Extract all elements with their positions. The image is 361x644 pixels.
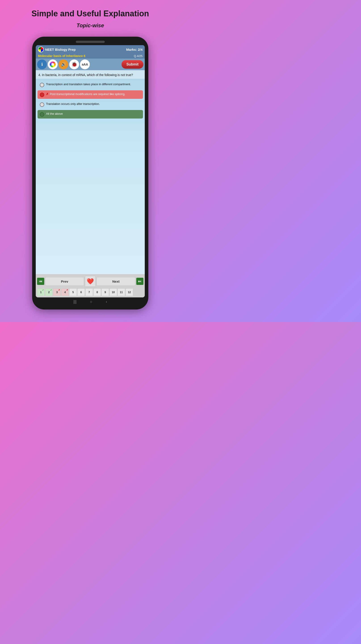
info-button[interactable]: ℹ — [37, 60, 47, 69]
text-size-button[interactable]: aAA — [80, 60, 90, 69]
radio-c — [40, 102, 44, 107]
options-area: Transcription and translation takes plac… — [36, 79, 145, 120]
page-subtitle: Topic-wise — [76, 22, 104, 28]
color-button[interactable] — [48, 60, 58, 69]
content-area: 4. In bacteria, in context of mRNA, whic… — [36, 70, 145, 274]
question-grid-cell-4[interactable]: 4✗ — [61, 288, 69, 296]
question-grid-cell-8[interactable]: 8 — [93, 288, 101, 296]
nav-buttons: ⏮ Prev ❤️ Next ⏭ — [37, 276, 143, 287]
marks-display: Marks: 2/4 — [126, 48, 142, 52]
option-a-text: Transcription and translation takes plac… — [46, 82, 141, 86]
bug-button[interactable]: 🐞 — [69, 60, 79, 69]
first-question-button[interactable]: ⏮ — [37, 278, 44, 285]
prev-button[interactable]: Prev — [45, 277, 84, 286]
submit-button[interactable]: Submit — [121, 60, 143, 69]
option-a[interactable]: Transcription and translation takes plac… — [37, 80, 143, 89]
option-d-text: All the above — [46, 112, 141, 116]
last-question-button[interactable]: ⏭ — [136, 278, 143, 285]
option-c-text: Translation occurs only after transcript… — [46, 102, 141, 106]
heart-icon: ❤️ — [87, 278, 94, 285]
app-name: NEET Biology Prep — [45, 48, 76, 52]
android-nav-bar: ||| ○ ‹ — [73, 298, 107, 306]
app-logo — [38, 46, 44, 52]
wrong-mark-icon: ✗ — [46, 92, 49, 96]
question-area: 4. In bacteria, in context of mRNA, whic… — [36, 70, 145, 79]
radio-a — [40, 83, 44, 87]
question-grid-cell-7[interactable]: 7 — [85, 288, 93, 296]
prev-label: Prev — [61, 280, 68, 283]
question-grid-cell-5[interactable]: 5 — [69, 288, 77, 296]
option-d[interactable]: All the above — [37, 110, 143, 118]
question-grid-cell-1[interactable]: 1✓ — [37, 288, 45, 296]
app-header: NEET Biology Prep Marks: 2/4 — [36, 45, 145, 54]
phone-notch — [76, 41, 105, 43]
sound-button[interactable]: 🔊 — [58, 60, 68, 69]
question-text: 4. In bacteria, in context of mRNA, whic… — [38, 73, 142, 77]
info-icon: ℹ — [41, 62, 43, 67]
next-button[interactable]: Next — [96, 277, 135, 286]
header-left: NEET Biology Prep — [38, 46, 76, 52]
text-size-icon: aAA — [82, 62, 88, 66]
option-c[interactable]: Translation occurs only after transcript… — [37, 100, 143, 109]
android-home-icon[interactable]: ○ — [90, 300, 92, 304]
phone-mockup: NEET Biology Prep Marks: 2/4 Molecular b… — [32, 37, 148, 310]
android-back-icon[interactable]: ‹ — [106, 300, 107, 304]
question-grid-cell-6[interactable]: 6 — [77, 288, 85, 296]
question-grid-cell-10[interactable]: 10 — [109, 288, 117, 296]
question-grid-cell-12[interactable]: 12 — [126, 288, 133, 296]
color-wheel-icon — [50, 61, 56, 68]
next-label: Next — [112, 280, 120, 283]
question-grid-cell-9[interactable]: 9 — [101, 288, 109, 296]
bug-icon: 🐞 — [71, 62, 77, 67]
svg-point-1 — [51, 63, 54, 66]
phone-screen: NEET Biology Prep Marks: 2/4 Molecular b… — [36, 45, 145, 298]
radio-d — [40, 112, 44, 117]
page-title: Simple and Useful Explanation — [31, 9, 149, 18]
topic-name: Molecular basis of Inheritance 6 — [38, 54, 85, 58]
question-grid-cell-2[interactable]: 2✓ — [45, 288, 53, 296]
topic-bar: Molecular basis of Inheritance 6 Q.4/25 — [36, 54, 145, 58]
android-menu-icon[interactable]: ||| — [73, 300, 77, 304]
question-grid-cell-11[interactable]: 11 — [117, 288, 125, 296]
sound-icon: 🔊 — [61, 62, 66, 67]
question-grid: 1✓2✓3✗4✗56789101112 — [37, 288, 143, 296]
option-b-text: ✗ Post-transcriptional modifications are… — [46, 92, 141, 96]
question-grid-cell-3[interactable]: 3✗ — [53, 288, 61, 296]
toolbar: ℹ 🔊 🐞 aAA — [36, 58, 145, 70]
radio-b — [40, 92, 44, 97]
favorite-button[interactable]: ❤️ — [85, 276, 96, 287]
bottom-nav: ⏮ Prev ❤️ Next ⏭ 1✓2✓3✗4✗56789101112 — [36, 274, 145, 298]
option-b[interactable]: ✗ Post-transcriptional modifications are… — [37, 90, 143, 99]
question-counter: Q.4/25 — [134, 54, 142, 58]
